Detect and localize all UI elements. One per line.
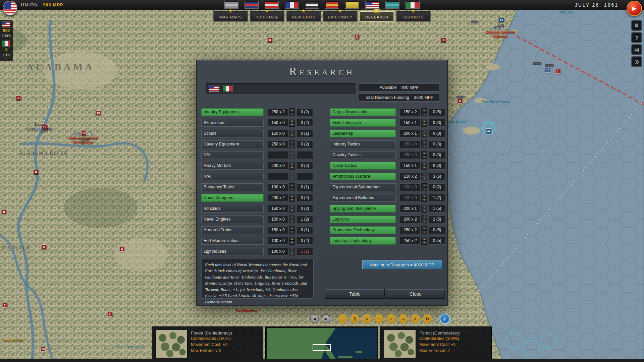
spinner-up-icon[interactable]: ▲ <box>289 108 295 112</box>
research-item-logistics[interactable]: Logistics <box>330 216 396 223</box>
research-item-naval-weapons[interactable]: Naval Weapons <box>201 194 264 202</box>
menu-button-war-maps[interactable]: ★War Maps <box>214 11 248 21</box>
spinner-up-icon[interactable]: ▲ <box>289 130 295 133</box>
save-icon[interactable]: ▤ <box>632 45 641 54</box>
research-item-ironclads[interactable]: Ironclads <box>201 205 264 213</box>
target-icon[interactable]: ◎ <box>632 57 641 66</box>
menu-button-reports[interactable]: ★Reports <box>396 11 431 21</box>
hexagon-icon[interactable] <box>338 314 348 323</box>
menu-button-diplomacy[interactable]: ★Diplomacy <box>323 11 358 21</box>
research-item-cavalry-tactics[interactable]: Cavalry Tactics <box>330 151 396 159</box>
minimap[interactable] <box>265 326 378 361</box>
menu-button-new-units[interactable]: ★New Units <box>287 11 321 21</box>
spinner-up-icon[interactable]: ▲ <box>421 183 427 187</box>
spinner-down-icon[interactable]: ▼ <box>421 177 427 180</box>
menu-button-research[interactable]: ★Research <box>360 11 394 21</box>
research-item-leadership[interactable]: Leadership <box>330 130 396 137</box>
unit-strength-marker[interactable]: 10 <box>96 110 101 115</box>
unit-strength-marker[interactable]: 8 <box>34 170 39 174</box>
spinner-down-icon[interactable]: ▼ <box>289 241 295 245</box>
spinner-down-icon[interactable]: ▼ <box>289 144 295 148</box>
research-item-production-technology[interactable]: Production Technology <box>330 226 396 234</box>
medic-icon[interactable]: + <box>386 314 396 323</box>
research-item-fort-modernization[interactable]: Fort Modernization <box>201 237 264 245</box>
unit-strength-marker[interactable]: 8 <box>441 38 446 42</box>
spinner-up-icon[interactable]: ▲ <box>289 237 295 241</box>
research-item-field-telegraph[interactable]: Field Telegraph <box>330 119 396 127</box>
unit-strength-marker[interactable]: 8 <box>107 312 112 317</box>
spinner-up-icon[interactable]: ▲ <box>421 194 427 198</box>
unit-strength-marker[interactable]: 8 <box>120 247 125 252</box>
research-item-na[interactable]: N/A <box>201 173 264 180</box>
spinner-down-icon[interactable]: ▼ <box>289 123 295 127</box>
research-item-experimental-balloons[interactable]: Experimental Balloons <box>330 194 396 202</box>
spinner-up-icon[interactable]: ▲ <box>289 140 295 144</box>
unit-strength-marker[interactable]: 8 <box>268 38 273 42</box>
spinner-down-icon[interactable]: ▼ <box>289 166 295 170</box>
research-item-experimental-submarines[interactable]: Experimental Submarines <box>330 183 396 191</box>
spinner-up-icon[interactable]: ▲ <box>289 162 295 166</box>
spinner-down-icon[interactable]: ▼ <box>289 252 295 255</box>
spinner-up-icon[interactable]: ▲ <box>421 162 427 166</box>
spinner-down-icon[interactable]: ▼ <box>289 177 295 180</box>
research-item-heavy-mortars[interactable]: Heavy Mortars <box>201 162 264 170</box>
menu-button-purchase[interactable]: ★Purchase <box>250 11 284 21</box>
spinner-down-icon[interactable]: ▼ <box>421 166 427 170</box>
supply-icon[interactable]: ↑ <box>374 314 384 323</box>
spinner-up-icon[interactable]: ▲ <box>289 205 295 208</box>
research-item-scouts[interactable]: Scouts <box>201 130 264 137</box>
upgrade-icon[interactable]: → <box>398 314 408 323</box>
spinner-down-icon[interactable]: ▼ <box>289 187 295 191</box>
spinner-up-icon[interactable]: ▲ <box>289 173 295 176</box>
research-item-infantry-equipment[interactable]: Infantry Equipment <box>201 108 264 116</box>
gear-icon[interactable]: ⚙ <box>632 21 641 30</box>
research-item-industrial-technology[interactable]: Industrial Technology <box>330 237 396 245</box>
unit-strength-marker[interactable]: 5 <box>458 99 463 104</box>
unit-strength-marker[interactable]: 8 <box>355 34 360 39</box>
reinforce-icon[interactable]: + <box>410 314 420 323</box>
spinner-down-icon[interactable]: ▼ <box>421 187 427 191</box>
unit-strength-marker[interactable]: 8 <box>42 244 47 249</box>
spinner-down-icon[interactable]: ▼ <box>289 220 295 223</box>
spinner-down-icon[interactable]: ▼ <box>289 134 295 137</box>
unit-strength-marker[interactable]: 1 <box>555 69 560 74</box>
end-turn-button[interactable]: ▶ <box>627 1 642 16</box>
spinner-down-icon[interactable]: ▼ <box>421 220 427 223</box>
spinner-up-icon[interactable]: ▲ <box>421 130 427 133</box>
research-item-lighthouses[interactable]: Lighthouses <box>201 248 264 255</box>
spinner-down-icon[interactable]: ▼ <box>421 144 427 148</box>
next-unit-button[interactable]: ▶ <box>322 314 330 323</box>
table-button[interactable]: Table <box>325 289 385 299</box>
unit-strength-marker[interactable]: 10 <box>40 347 46 352</box>
spinner-up-icon[interactable]: ▲ <box>289 216 295 219</box>
spinner-up-icon[interactable]: ▲ <box>421 173 427 176</box>
spinner-down-icon[interactable]: ▼ <box>421 112 427 116</box>
spinner-up-icon[interactable]: ▲ <box>289 151 295 155</box>
spinner-down-icon[interactable]: ▼ <box>421 209 427 213</box>
unit-strength-marker[interactable]: 11 <box>486 128 491 133</box>
spinner-up-icon[interactable]: ▲ <box>289 248 295 251</box>
key-icon[interactable]: $ <box>350 314 360 323</box>
ledger-icon[interactable]: ≡ <box>362 314 372 323</box>
research-item-amphibious-warfare[interactable]: Amphibious Warfare <box>330 173 396 180</box>
spinner-up-icon[interactable]: ▲ <box>289 183 295 187</box>
spinner-down-icon[interactable]: ▼ <box>289 198 295 202</box>
spinner-down-icon[interactable]: ▼ <box>421 155 427 159</box>
spinner-down-icon[interactable]: ▼ <box>289 209 295 213</box>
unit-strength-marker[interactable]: 5 <box>2 303 7 308</box>
spinner-down-icon[interactable]: ▼ <box>289 230 295 234</box>
spinner-up-icon[interactable]: ▲ <box>289 194 295 198</box>
research-item-infantry-tactics[interactable]: Infantry Tactics <box>330 140 396 148</box>
research-item-spying-and-intelligence[interactable]: Spying and Intelligence <box>330 205 396 213</box>
unit-strength-marker[interactable]: 8 <box>16 96 21 100</box>
spinner-down-icon[interactable]: ▼ <box>421 241 427 245</box>
spinner-up-icon[interactable]: ▲ <box>421 237 427 241</box>
spinner-down-icon[interactable]: ▼ <box>421 123 427 127</box>
spinner-up-icon[interactable]: ▲ <box>421 226 427 230</box>
prev-unit-button[interactable]: ◀ <box>310 314 319 323</box>
unit-strength-marker[interactable]: 10 <box>42 125 47 129</box>
research-item-buoyancy-tanks[interactable]: Buoyancy Tanks <box>201 183 264 191</box>
research-item-naval-engines[interactable]: Naval Engines <box>201 216 264 223</box>
research-item-skirmishers[interactable]: Skirmishers <box>201 119 264 127</box>
research-item-naval-tactics[interactable]: Naval Tactics <box>330 162 396 170</box>
